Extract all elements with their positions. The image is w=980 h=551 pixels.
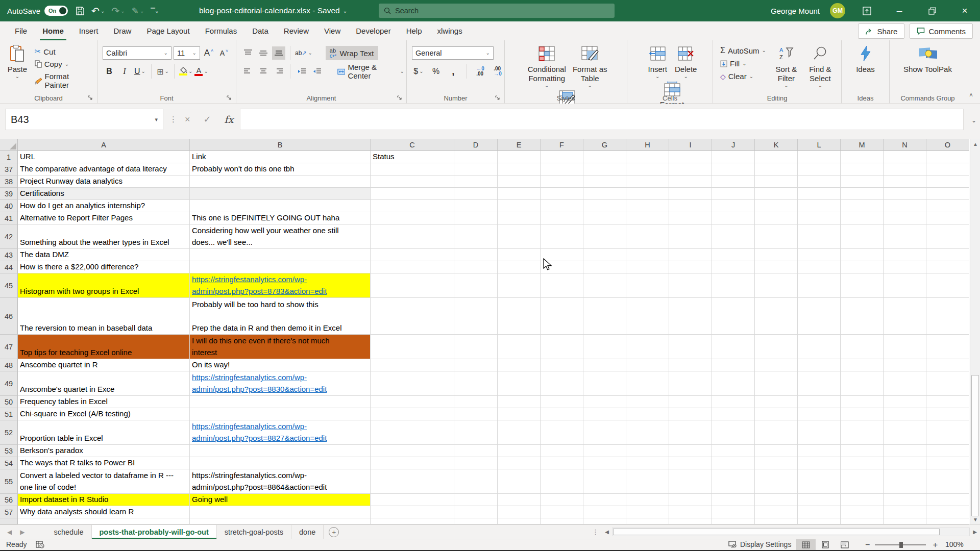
cell-H44[interactable] bbox=[626, 261, 669, 273]
cell-F39[interactable] bbox=[541, 188, 583, 200]
cell-H1[interactable] bbox=[626, 151, 669, 163]
increase-indent-button[interactable] bbox=[310, 65, 324, 78]
formula-bar-divider[interactable]: ⋮ bbox=[169, 115, 178, 124]
cell-M47[interactable] bbox=[841, 335, 884, 359]
alignment-dialog-launcher[interactable] bbox=[397, 94, 404, 101]
cell-E43[interactable] bbox=[498, 249, 541, 261]
copy-button[interactable]: Copy⌄ bbox=[33, 59, 97, 69]
cell-H47[interactable] bbox=[626, 335, 669, 359]
cell-D46[interactable] bbox=[454, 298, 498, 335]
increase-font-button[interactable]: A˄ bbox=[202, 46, 215, 60]
column-header-G[interactable]: G bbox=[583, 139, 626, 151]
cell-G44[interactable] bbox=[583, 261, 626, 273]
align-bottom-button[interactable] bbox=[272, 46, 285, 60]
cell-E45[interactable] bbox=[498, 273, 541, 298]
cell-B49[interactable]: https://stringfestanalytics.com/wp- admi… bbox=[190, 371, 371, 396]
cell-G51[interactable] bbox=[583, 408, 626, 420]
cell-link-B52[interactable]: https://stringfestanalytics.com/wp- admi… bbox=[192, 420, 327, 444]
cell-O57[interactable] bbox=[926, 506, 969, 518]
redo-button[interactable]: ↷⌄ bbox=[111, 5, 125, 17]
cell-E55[interactable] bbox=[498, 469, 541, 494]
cell-G47[interactable] bbox=[583, 335, 626, 359]
cell-N52[interactable] bbox=[884, 420, 926, 445]
cell-L48[interactable] bbox=[798, 359, 841, 371]
scroll-right-icon[interactable]: ▶ bbox=[970, 527, 980, 537]
undo-button[interactable]: ↶⌄ bbox=[91, 5, 105, 17]
cell-M45[interactable] bbox=[841, 273, 884, 298]
column-header-M[interactable]: M bbox=[841, 139, 884, 151]
cell-I57[interactable] bbox=[669, 506, 712, 518]
cell-N41[interactable] bbox=[884, 212, 926, 224]
sheet-tab-done[interactable]: done bbox=[291, 525, 324, 539]
ribbon-tab-insert[interactable]: Insert bbox=[71, 21, 106, 40]
ribbon-tab-draw[interactable]: Draw bbox=[106, 21, 139, 40]
delete-cells-button[interactable]: Delete ⌄ bbox=[673, 44, 699, 79]
horizontal-scrollbar[interactable]: ⋮ ◀ ▶ bbox=[592, 524, 980, 539]
column-header-B[interactable]: B bbox=[190, 139, 371, 151]
column-header-J[interactable]: J bbox=[712, 139, 755, 151]
cell-partial[interactable] bbox=[755, 518, 798, 524]
row-header-38[interactable]: 38 bbox=[0, 176, 18, 188]
cell-J53[interactable] bbox=[712, 445, 755, 457]
cell-partial[interactable] bbox=[712, 518, 755, 524]
sheet-nav-prev-icon[interactable]: ◀ bbox=[7, 529, 12, 536]
cell-B42[interactable]: Considering how well your weather one st… bbox=[190, 224, 371, 249]
orientation-button[interactable]: ab↗⌄ bbox=[295, 46, 312, 60]
display-settings-button[interactable]: Display Settings bbox=[728, 540, 791, 548]
cell-D55[interactable] bbox=[454, 469, 498, 494]
name-box-dropdown-icon[interactable]: ▾ bbox=[155, 116, 158, 123]
cell-C42[interactable] bbox=[371, 224, 454, 249]
align-center-button[interactable] bbox=[257, 65, 270, 78]
cell-B1[interactable]: Link bbox=[190, 151, 371, 163]
cell-B45[interactable]: https://stringfestanalytics.com/wp- admi… bbox=[190, 273, 371, 298]
cell-K55[interactable] bbox=[755, 469, 798, 494]
cell-M39[interactable] bbox=[841, 188, 884, 200]
cell-I44[interactable] bbox=[669, 261, 712, 273]
cell-I54[interactable] bbox=[669, 457, 712, 469]
font-dialog-launcher[interactable] bbox=[226, 94, 233, 101]
cell-E1[interactable] bbox=[498, 151, 541, 163]
horizontal-scroll-thumb[interactable] bbox=[613, 529, 940, 535]
cell-E37[interactable] bbox=[498, 163, 541, 176]
row-header-40[interactable]: 40 bbox=[0, 200, 18, 212]
cut-button[interactable]: ✂Cut bbox=[33, 46, 97, 57]
cell-J38[interactable] bbox=[712, 176, 755, 188]
cell-D40[interactable] bbox=[454, 200, 498, 212]
user-name[interactable]: George Mount bbox=[771, 7, 820, 15]
align-top-button[interactable] bbox=[241, 46, 255, 60]
cell-H51[interactable] bbox=[626, 408, 669, 420]
cell-A1[interactable]: URL bbox=[18, 151, 190, 163]
cell-A57[interactable]: Why data analysts should learn R bbox=[18, 506, 190, 518]
row-header-39[interactable]: 39 bbox=[0, 188, 18, 200]
cell-F49[interactable] bbox=[541, 371, 583, 396]
row-header-55[interactable]: 55 bbox=[0, 469, 18, 494]
cell-C39[interactable] bbox=[371, 188, 454, 200]
show-toolpak-button[interactable]: Show ToolPak bbox=[902, 44, 953, 74]
cell-M57[interactable] bbox=[841, 506, 884, 518]
cell-L51[interactable] bbox=[798, 408, 841, 420]
column-header-K[interactable]: K bbox=[755, 139, 798, 151]
cell-B40[interactable] bbox=[190, 200, 371, 212]
clear-button[interactable]: ◇Clear⌄ bbox=[718, 71, 768, 82]
zoom-level[interactable]: 100% bbox=[945, 540, 964, 548]
cell-L46[interactable] bbox=[798, 298, 841, 335]
cell-H50[interactable] bbox=[626, 396, 669, 408]
cell-M51[interactable] bbox=[841, 408, 884, 420]
cell-B37[interactable]: Probably won't do this one tbh bbox=[190, 163, 371, 176]
row-header-45[interactable]: 45 bbox=[0, 273, 18, 298]
cell-N57[interactable] bbox=[884, 506, 926, 518]
align-right-button[interactable] bbox=[272, 65, 285, 78]
column-header-O[interactable]: O bbox=[926, 139, 969, 151]
cell-H45[interactable] bbox=[626, 273, 669, 298]
cell-C38[interactable] bbox=[371, 176, 454, 188]
cell-B57[interactable] bbox=[190, 506, 371, 518]
name-box[interactable]: B43 ▾ bbox=[5, 109, 163, 130]
find-select-button[interactable]: Find & Select ⌄ bbox=[804, 44, 836, 88]
cell-I53[interactable] bbox=[669, 445, 712, 457]
save-button[interactable] bbox=[75, 6, 85, 16]
row-header-53[interactable]: 53 bbox=[0, 445, 18, 457]
decrease-indent-button[interactable] bbox=[295, 65, 308, 78]
cell-I43[interactable] bbox=[669, 249, 712, 261]
cell-M49[interactable] bbox=[841, 371, 884, 396]
cell-F51[interactable] bbox=[541, 408, 583, 420]
